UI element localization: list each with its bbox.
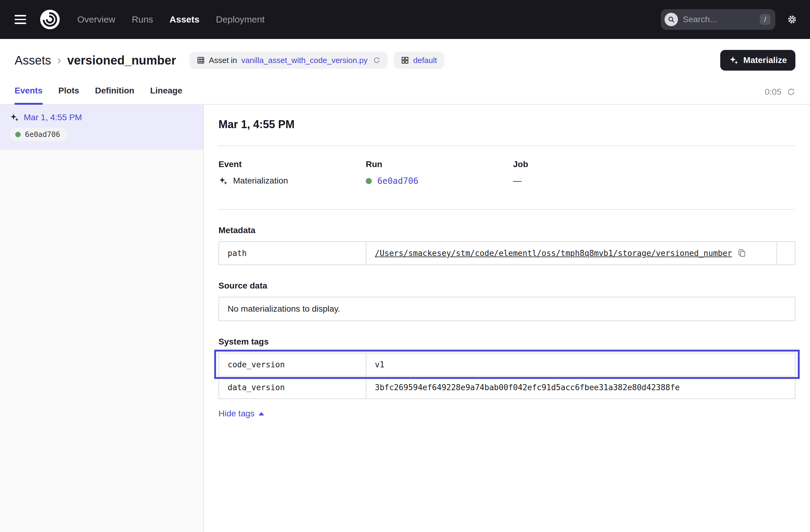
group-link[interactable]: default xyxy=(413,56,437,65)
copy-icon[interactable] xyxy=(738,249,746,257)
sparkle-icon xyxy=(729,55,739,65)
event-timestamp: Mar 1, 4:55 PM xyxy=(24,113,82,122)
system-tags-heading: System tags xyxy=(218,337,795,346)
table-row-data-version: data_version 3bfc269594ef649228e9a74bab0… xyxy=(219,376,795,398)
reload-definition-icon[interactable] xyxy=(373,57,380,64)
event-summary-columns: Event Materialization Run 6e0ad706 xyxy=(218,146,795,209)
search-icon xyxy=(665,13,678,26)
tag-value: v1 xyxy=(366,353,795,376)
asset-file-link[interactable]: vanilla_asset_with_code_version.py xyxy=(241,56,368,65)
asset-tags: Asset in vanilla_asset_with_code_version… xyxy=(190,52,444,69)
materialization-sparkle-icon xyxy=(218,176,228,186)
table-row: path /Users/smackesey/stm/code/elementl/… xyxy=(219,242,795,264)
caret-up-icon xyxy=(259,412,264,416)
source-data-heading: Source data xyxy=(218,281,795,291)
materialize-button[interactable]: Materialize xyxy=(720,50,795,70)
materialization-sparkle-icon xyxy=(10,113,19,122)
breadcrumb: Assets › versioned_number xyxy=(15,53,176,67)
asset-chip-prefix: Asset in xyxy=(209,56,237,65)
tag-key: data_version xyxy=(219,376,366,398)
group-chip[interactable]: default xyxy=(394,52,444,69)
nav-deployment[interactable]: Deployment xyxy=(216,14,264,25)
run-column-label: Run xyxy=(366,160,513,169)
metadata-heading: Metadata xyxy=(218,226,795,235)
tab-lineage[interactable]: Lineage xyxy=(150,86,182,104)
table-row-code-version: code_version v1 xyxy=(219,353,795,376)
dagster-logo-icon[interactable] xyxy=(39,9,60,30)
primary-nav: Overview Runs Assets Deployment xyxy=(77,14,265,25)
asset-page-header: Assets › versioned_number Asset in vanil… xyxy=(0,39,810,77)
event-column: Event Materialization xyxy=(218,160,366,186)
metadata-key: path xyxy=(219,242,366,264)
group-grid-icon xyxy=(401,56,409,64)
event-type-value: Materialization xyxy=(233,176,288,186)
job-value: — xyxy=(513,176,521,186)
tab-definition[interactable]: Definition xyxy=(95,86,134,104)
metadata-table: path /Users/smackesey/stm/code/elementl/… xyxy=(218,241,795,265)
nav-runs[interactable]: Runs xyxy=(132,14,153,25)
asset-tabs: Events Plots Definition Lineage 0:05 xyxy=(0,77,810,105)
run-status-dot xyxy=(366,178,372,184)
divider xyxy=(218,209,795,210)
hide-tags-toggle[interactable]: Hide tags xyxy=(218,409,264,418)
tab-events[interactable]: Events xyxy=(15,86,43,104)
gear-icon[interactable] xyxy=(786,14,798,25)
search-shortcut-badge: / xyxy=(760,14,771,25)
tag-value: 3bfc269594ef649228e9a74bab00f042efc91d5a… xyxy=(366,376,795,398)
source-data-empty-state: No materializations to display. xyxy=(218,297,795,321)
event-list-item-selected[interactable]: Mar 1, 4:55 PM 6e0ad706 xyxy=(0,105,203,150)
search-box[interactable]: / xyxy=(661,9,775,30)
refresh-countdown: 0:05 xyxy=(765,87,782,97)
breadcrumb-assets-link[interactable]: Assets xyxy=(15,53,51,67)
run-id-link[interactable]: 6e0ad706 xyxy=(377,176,418,186)
metadata-action-cell xyxy=(777,242,795,264)
breadcrumb-chevron-icon: › xyxy=(57,54,61,67)
tab-plots[interactable]: Plots xyxy=(59,86,79,104)
asset-grid-icon xyxy=(197,56,205,64)
hide-tags-label: Hide tags xyxy=(218,409,254,418)
tag-key: code_version xyxy=(219,353,366,376)
menu-icon[interactable] xyxy=(12,13,29,27)
event-detail-title: Mar 1, 4:55 PM xyxy=(218,118,795,131)
run-id-pill: 6e0ad706 xyxy=(10,128,67,141)
content-area: Mar 1, 4:55 PM 6e0ad706 Mar 1, 4:55 PM E… xyxy=(0,105,810,532)
run-id-text: 6e0ad706 xyxy=(25,130,60,139)
event-column-label: Event xyxy=(218,160,366,169)
event-detail-panel: Mar 1, 4:55 PM Event Materialization Run xyxy=(204,105,810,532)
asset-definition-chip[interactable]: Asset in vanilla_asset_with_code_version… xyxy=(190,52,388,69)
job-column-label: Job xyxy=(513,160,795,169)
materialize-button-label: Materialize xyxy=(743,55,787,65)
job-column: Job — xyxy=(513,160,795,186)
nav-overview[interactable]: Overview xyxy=(77,14,115,25)
refresh-icon[interactable] xyxy=(787,88,795,96)
nav-assets[interactable]: Assets xyxy=(169,14,199,25)
metadata-path-link[interactable]: /Users/smackesey/stm/code/elementl/oss/t… xyxy=(375,249,732,258)
top-navbar: Overview Runs Assets Deployment / xyxy=(0,0,810,39)
source-data-empty-message: No materializations to display. xyxy=(228,304,340,314)
page-title: versioned_number xyxy=(67,53,176,67)
search-input[interactable] xyxy=(683,15,755,25)
event-list-sidebar: Mar 1, 4:55 PM 6e0ad706 xyxy=(0,105,204,532)
run-status-dot xyxy=(15,132,21,137)
run-column: Run 6e0ad706 xyxy=(366,160,513,186)
refresh-timer: 0:05 xyxy=(765,87,796,104)
system-tags-table: code_version v1 data_version 3bfc269594e… xyxy=(218,353,795,399)
nav-right-group: / xyxy=(661,9,798,30)
